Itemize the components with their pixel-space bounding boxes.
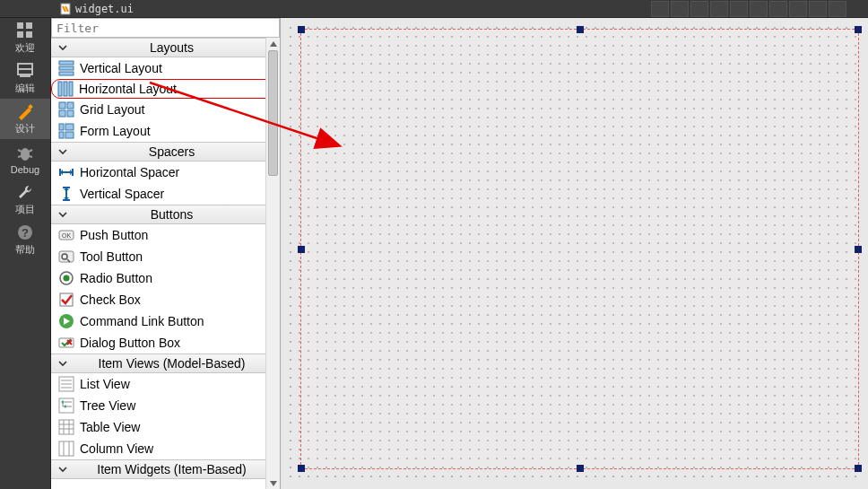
filter-input[interactable] — [51, 18, 280, 38]
svg-rect-28 — [59, 132, 64, 138]
svg-rect-53 — [59, 420, 74, 434]
widget-label: Command Link Button — [80, 314, 204, 328]
category-header[interactable]: Item Widgets (Item-Based) — [51, 459, 280, 479]
widget-label: Radio Button — [80, 271, 152, 285]
design-icon — [16, 102, 34, 120]
svg-rect-16 — [59, 61, 74, 65]
category-header[interactable]: Spacers — [51, 142, 280, 162]
widget-icon — [58, 419, 74, 435]
widget-label: Horizontal Spacer — [80, 165, 179, 179]
widget-label: Check Box — [80, 293, 141, 307]
category-header[interactable]: Item Views (Model-Based) — [51, 354, 280, 373]
toolbar-button[interactable] — [690, 1, 708, 17]
svg-rect-23 — [67, 102, 74, 109]
widget-label: Vertical Spacer — [80, 187, 164, 201]
svg-rect-29 — [65, 132, 74, 138]
widget-label: Grid Layout — [80, 102, 144, 117]
widget-entry[interactable]: Check Box — [51, 289, 280, 310]
widget-entry[interactable]: Grid Layout — [51, 99, 280, 120]
mode-welcome[interactable]: 欢迎 — [0, 18, 50, 58]
category-label: Layouts — [69, 40, 274, 55]
mode-label: 欢迎 — [15, 41, 35, 55]
ui-file-icon — [59, 3, 72, 15]
toolbar-button[interactable] — [809, 1, 827, 17]
category-label: Buttons — [69, 207, 274, 222]
category-header[interactable]: Buttons — [51, 205, 280, 224]
widget-entry[interactable]: Table View — [51, 416, 280, 438]
widget-entry[interactable]: Column View — [51, 438, 280, 459]
file-tab[interactable]: widget.ui — [54, 2, 139, 16]
toolbar-button[interactable] — [730, 1, 748, 17]
tableview-icon — [58, 419, 74, 435]
toolbar-button[interactable] — [710, 1, 728, 17]
scrollbar-thumb[interactable] — [268, 50, 278, 176]
widget-label: Push Button — [80, 228, 148, 242]
mode-label: 编辑 — [15, 82, 35, 95]
svg-rect-22 — [59, 102, 65, 109]
resize-handle-s[interactable] — [577, 465, 584, 472]
svg-rect-26 — [59, 124, 64, 130]
scroll-down-icon[interactable] — [266, 477, 280, 489]
widget-icon — [58, 397, 74, 414]
scrollbar[interactable] — [265, 38, 280, 489]
svg-text:?: ? — [22, 226, 29, 240]
widget-entry[interactable]: OKPush Button — [51, 224, 280, 246]
svg-rect-0 — [61, 4, 70, 14]
dlgbuttonbox-icon — [58, 335, 74, 351]
mode-design[interactable]: 设计 — [0, 99, 50, 139]
designer-toolbar — [144, 1, 868, 17]
resize-handle-se[interactable] — [855, 465, 862, 472]
widget-entry[interactable]: Form Layout — [51, 120, 280, 142]
toolbar-button[interactable] — [750, 1, 768, 17]
widget-icon — [58, 376, 74, 392]
svg-point-36 — [64, 275, 70, 282]
widget-label: Table View — [80, 420, 140, 434]
mode-edit[interactable]: 编辑 — [0, 58, 50, 99]
toolbar-button[interactable] — [789, 1, 807, 17]
mode-debug[interactable]: Debug — [0, 139, 50, 179]
mode-sidebar: 欢迎 编辑 设计 Debug 项目 ? 帮助 — [0, 18, 51, 489]
resize-handle-e[interactable] — [855, 246, 862, 253]
widget-label: Horizontal Layout — [79, 82, 177, 96]
debug-icon — [16, 144, 34, 162]
widget-entry[interactable]: List View — [51, 373, 280, 395]
mode-project[interactable]: 项目 — [0, 179, 50, 220]
chevron-down-icon — [56, 463, 69, 476]
widget-entry[interactable]: Tree View — [51, 395, 280, 416]
svg-rect-1 — [17, 22, 23, 29]
widget-label: Form Layout — [80, 124, 151, 138]
widget-icon — [58, 164, 74, 180]
widget-entry[interactable]: Dialog Button Box — [51, 332, 280, 354]
toolbar-button[interactable] — [651, 1, 669, 17]
hspacer-icon — [58, 164, 74, 180]
resize-handle-n[interactable] — [577, 26, 584, 33]
scroll-up-icon[interactable] — [266, 38, 280, 49]
widget-entry[interactable]: Vertical Spacer — [51, 183, 280, 205]
selected-widget[interactable] — [300, 29, 859, 469]
widget-label: Column View — [80, 441, 153, 456]
resize-handle-nw[interactable] — [298, 26, 305, 33]
svg-line-13 — [29, 156, 32, 157]
vspacer-icon — [58, 186, 74, 202]
category-header[interactable]: Layouts — [51, 38, 280, 57]
widget-entry[interactable]: Tool Button — [51, 246, 280, 267]
mode-help[interactable]: ? 帮助 — [0, 220, 50, 260]
svg-line-11 — [29, 150, 32, 152]
widget-entry[interactable]: Command Link Button — [51, 310, 280, 332]
toolbar-button[interactable] — [671, 1, 689, 17]
widget-entry[interactable]: Vertical Layout — [51, 57, 280, 79]
widget-entry[interactable]: Horizontal Layout — [51, 79, 280, 99]
resize-handle-w[interactable] — [298, 246, 305, 253]
help-icon: ? — [16, 223, 34, 241]
mode-label: 帮助 — [15, 243, 35, 257]
widget-list[interactable]: LayoutsVertical LayoutHorizontal LayoutG… — [51, 38, 280, 489]
widget-icon — [57, 81, 74, 97]
widget-entry[interactable]: Radio Button — [51, 267, 280, 289]
main-area: 欢迎 编辑 设计 Debug 项目 ? 帮助 LayoutsVertical L… — [0, 18, 868, 489]
widget-entry[interactable]: Horizontal Spacer — [51, 162, 280, 183]
toolbar-button[interactable] — [769, 1, 787, 17]
form-canvas[interactable] — [281, 18, 868, 489]
resize-handle-sw[interactable] — [298, 465, 305, 472]
toolbar-button[interactable] — [829, 1, 846, 17]
resize-handle-ne[interactable] — [855, 26, 862, 33]
